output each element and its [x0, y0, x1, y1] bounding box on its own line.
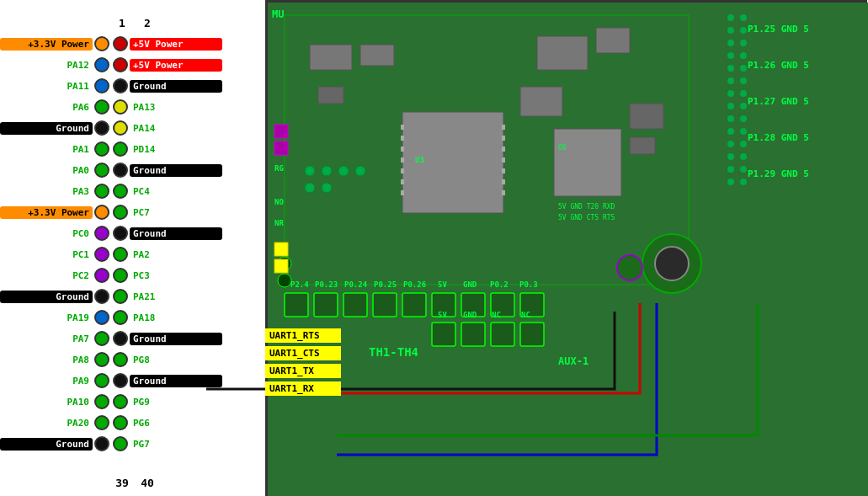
- svg-text:P2.4: P2.4: [290, 280, 309, 289]
- svg-text:NC: NC: [521, 311, 530, 319]
- pin-9-right-circle: [113, 205, 128, 220]
- svg-rect-12: [502, 147, 505, 152]
- pin-11-right-label: PA2: [130, 249, 222, 260]
- pin-3-right-circle: [113, 78, 128, 93]
- svg-point-74: [740, 52, 747, 59]
- pin-7-left-circle: [94, 163, 109, 178]
- pin-row-12: PC2 PC3: [0, 265, 261, 285]
- uart-rx-label: UART1_RX: [265, 381, 341, 396]
- svg-text:NO: NO: [274, 198, 284, 206]
- pin-13-right-label: PA21: [130, 291, 222, 302]
- svg-rect-104: [274, 243, 288, 256]
- svg-text:P0.25: P0.25: [374, 280, 397, 289]
- pin-11-right-circle: [113, 247, 128, 262]
- pin-row-11: PC1 PA2: [0, 244, 261, 264]
- svg-rect-53: [520, 323, 544, 346]
- pin-row-18: PA10 PG9: [0, 392, 261, 412]
- svg-point-77: [727, 77, 734, 84]
- pcb-board: P2.4 P0.23 P0.24 P0.25 P0.26 5V GND P0.2…: [265, 0, 867, 496]
- pin-1-right-circle: [113, 36, 128, 51]
- pin-17-right-circle: [113, 373, 128, 388]
- svg-point-90: [740, 153, 747, 160]
- svg-point-91: [727, 166, 734, 173]
- svg-rect-20: [596, 28, 630, 53]
- svg-text:P0.2: P0.2: [490, 280, 509, 289]
- svg-text:P1.28 GND 5: P1.28 GND 5: [748, 132, 809, 143]
- pin-17-right-label: Ground: [130, 375, 222, 387]
- pin-row-1: +3.3V Power +5V Power: [0, 34, 261, 54]
- pin-19-left-label: PA20: [0, 418, 93, 429]
- col-header-2: 2: [135, 17, 160, 29]
- svg-rect-35: [373, 293, 397, 317]
- svg-point-78: [740, 77, 747, 84]
- pin-row-6: PA1 PD14: [0, 139, 261, 159]
- pin-10-left-circle: [94, 226, 109, 241]
- svg-point-30: [305, 183, 315, 193]
- col-header-1: 1: [109, 17, 135, 29]
- svg-rect-16: [502, 190, 505, 195]
- svg-text:P1.25 GND 5: P1.25 GND 5: [748, 24, 809, 35]
- svg-point-92: [740, 166, 747, 173]
- pin-3-left-label: PA11: [0, 81, 93, 92]
- svg-text:5V: 5V: [438, 280, 447, 289]
- svg-rect-33: [314, 293, 338, 317]
- pin-5-left-label: Ground: [0, 122, 93, 135]
- pin-10-right-circle: [113, 226, 128, 241]
- pin-4-left-circle: [94, 99, 109, 115]
- svg-rect-23: [554, 129, 621, 196]
- svg-point-96: [655, 247, 689, 280]
- uart-label-area: UART1_RTS UART1_CTS UART1_TX UART1_RX: [265, 328, 341, 399]
- pin-6-right-label: PD14: [130, 144, 222, 155]
- svg-rect-34: [343, 293, 367, 317]
- svg-point-71: [727, 40, 734, 46]
- pin-2-left-label: PA12: [0, 60, 93, 71]
- pin-12-left-label: PC2: [0, 270, 93, 281]
- svg-rect-15: [502, 179, 505, 184]
- svg-point-80: [740, 90, 747, 97]
- svg-rect-10: [502, 125, 505, 130]
- pin-12-right-label: PC3: [130, 270, 222, 281]
- pin-11-left-circle: [94, 247, 109, 262]
- pin-14-left-label: PA19: [0, 312, 93, 323]
- svg-point-81: [727, 103, 734, 109]
- uart-rts-label: UART1_RTS: [265, 328, 341, 343]
- pin-5-right-circle: [113, 120, 128, 136]
- pin-20-right-label: PG7: [130, 439, 222, 450]
- svg-text:O8: O8: [558, 144, 567, 152]
- pin-16-left-circle: [94, 352, 109, 367]
- pin-16-right-circle: [113, 352, 128, 367]
- svg-text:P1.29 GND 5: P1.29 GND 5: [748, 168, 809, 179]
- svg-point-93: [727, 179, 734, 185]
- svg-rect-4: [401, 136, 404, 141]
- pin-20-right-circle: [113, 436, 128, 451]
- pin-13-left-label: Ground: [0, 291, 93, 303]
- svg-text:P0.3: P0.3: [519, 280, 538, 289]
- pin-7-right-circle: [113, 163, 128, 178]
- pin-list: +3.3V Power +5V Power PA12 +5V Power PA1…: [0, 34, 261, 455]
- pin-row-10: PC0 Ground: [0, 223, 261, 243]
- bottom-num-39: 39: [109, 477, 135, 489]
- pin-14-right-label: PA18: [130, 312, 222, 323]
- pin-12-left-circle: [94, 268, 109, 283]
- svg-point-68: [740, 14, 747, 21]
- svg-point-83: [727, 115, 734, 122]
- pin-3-right-label: Ground: [130, 80, 222, 93]
- pin-6-left-circle: [94, 141, 109, 157]
- svg-rect-5: [401, 147, 404, 152]
- pin-row-8: PA3 PC4: [0, 181, 261, 201]
- pin-row-13: Ground PA21: [0, 286, 261, 307]
- pin-5-left-circle: [94, 120, 109, 136]
- pin-8-left-label: PA3: [0, 186, 93, 197]
- pin-9-left-circle: [94, 205, 109, 220]
- svg-text:5V: 5V: [438, 311, 447, 319]
- pin-19-left-circle: [94, 415, 109, 430]
- pin-2-left-circle: [94, 57, 109, 72]
- pin-4-right-circle: [113, 99, 128, 115]
- pin-row-16: PA8 PG8: [0, 349, 261, 370]
- svg-rect-9: [401, 190, 404, 195]
- svg-text:P0.23: P0.23: [315, 280, 338, 289]
- svg-text:NR: NR: [274, 219, 284, 227]
- pin-16-left-label: PA8: [0, 355, 93, 365]
- svg-rect-103: [274, 141, 288, 155]
- pin-18-left-label: PA10: [0, 397, 93, 408]
